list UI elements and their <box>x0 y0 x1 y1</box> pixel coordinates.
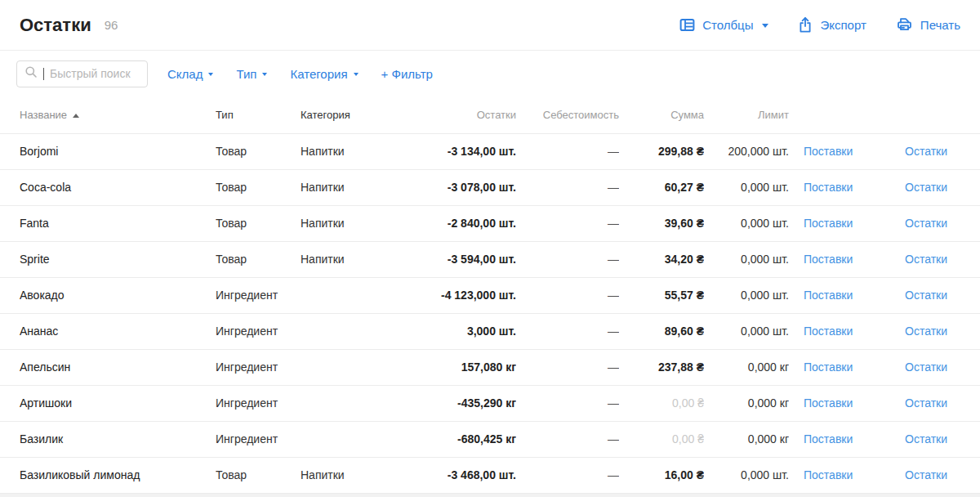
page-title: Остатки <box>20 15 91 36</box>
cell-sum: 299,88 ₴ <box>619 133 704 169</box>
column-header-category[interactable]: Категория <box>301 96 399 133</box>
supplies-link[interactable]: Поставки <box>804 432 853 446</box>
warehouse-filter-label: Склад <box>167 67 203 81</box>
cell-sum: 16,00 ₴ <box>619 457 704 493</box>
columns-button-label: Столбцы <box>702 18 753 32</box>
supplies-link[interactable]: Поставки <box>804 325 853 338</box>
leftovers-link[interactable]: Остатки <box>905 289 947 302</box>
cell-product-name: Sprite <box>0 241 216 277</box>
chevron-down-icon <box>262 73 267 76</box>
cell-type: Ингредиент <box>216 421 301 457</box>
cell-leftovers: Остатки <box>887 205 980 241</box>
supplies-link[interactable]: Поставки <box>804 253 853 266</box>
table-row: Базилик Ингредиент -680,425 кг — 0,00 ₴ … <box>0 421 980 457</box>
cell-type: Товар <box>216 457 301 493</box>
supplies-link[interactable]: Поставки <box>804 181 853 194</box>
cell-cost: — <box>516 277 619 313</box>
cell-limit: 0,000 кг <box>704 349 789 385</box>
leftovers-link[interactable]: Остатки <box>905 468 947 481</box>
cell-category: Напитки <box>301 457 399 493</box>
add-filter-button[interactable]: + Фильтр <box>381 67 433 81</box>
column-header-name-label: Название <box>20 109 67 121</box>
cell-supplies: Поставки <box>789 421 887 457</box>
toolbar: Столбцы Экспорт Печа <box>679 16 960 34</box>
column-header-sum[interactable]: Сумма <box>619 96 704 133</box>
cell-category <box>301 313 399 349</box>
table-row: Sprite Товар Напитки -3 594,00 шт. — 34,… <box>0 241 980 277</box>
text-caret <box>43 68 44 80</box>
cell-leftovers: Остатки <box>887 457 980 493</box>
cell-supplies: Поставки <box>789 277 887 313</box>
leftovers-link[interactable]: Остатки <box>905 360 947 374</box>
table-header-row: Название Тип Категория Остатки Себестоим… <box>0 96 980 133</box>
cell-type: Ингредиент <box>216 385 301 421</box>
export-button[interactable]: Экспорт <box>798 16 866 34</box>
column-header-cost[interactable]: Себестоимость <box>516 96 619 133</box>
columns-button[interactable]: Столбцы <box>679 17 768 33</box>
cell-type: Ингредиент <box>216 313 301 349</box>
category-filter-dropdown[interactable]: Категория <box>290 67 358 81</box>
leftovers-link[interactable]: Остатки <box>905 432 947 446</box>
table-row: Артишоки Ингредиент -435,290 кг — 0,00 ₴… <box>0 385 980 421</box>
cell-product-name: Ананас <box>0 313 216 349</box>
column-header-type[interactable]: Тип <box>216 96 301 133</box>
stock-table: Название Тип Категория Остатки Себестоим… <box>0 96 980 494</box>
supplies-link[interactable]: Поставки <box>804 396 853 410</box>
export-icon <box>798 16 813 34</box>
cell-leftovers: Остатки <box>887 313 980 349</box>
cell-product-name: Авокадо <box>0 277 216 313</box>
supplies-link[interactable]: Поставки <box>804 217 853 230</box>
cell-supplies: Поставки <box>789 385 887 421</box>
cell-product-name: Артишоки <box>0 385 216 421</box>
leftovers-link[interactable]: Остатки <box>905 145 947 158</box>
column-header-leftovers <box>887 96 980 133</box>
supplies-link[interactable]: Поставки <box>804 145 853 158</box>
cell-stock: -435,290 кг <box>399 385 516 421</box>
leftovers-link[interactable]: Остатки <box>905 325 947 338</box>
column-header-name[interactable]: Название <box>0 96 216 133</box>
type-filter-dropdown[interactable]: Тип <box>236 67 267 81</box>
export-button-label: Экспорт <box>820 18 866 32</box>
filterbar: Склад Тип Категория + Фильтр <box>0 51 980 96</box>
leftovers-link[interactable]: Остатки <box>905 396 947 410</box>
cell-sum: 0,00 ₴ <box>619 421 704 457</box>
leftovers-link[interactable]: Остатки <box>905 253 947 266</box>
cell-stock: -4 123,000 шт. <box>399 277 516 313</box>
cell-category <box>301 385 399 421</box>
cell-limit: 0,000 кг <box>704 421 789 457</box>
supplies-link[interactable]: Поставки <box>804 289 853 302</box>
cell-supplies: Поставки <box>789 457 887 493</box>
cell-product-name: Fanta <box>0 205 216 241</box>
table-row: Borjomi Товар Напитки -3 134,00 шт. — 29… <box>0 133 980 169</box>
cell-limit: 0,000 шт. <box>704 241 789 277</box>
column-header-stock[interactable]: Остатки <box>399 96 516 133</box>
column-header-limit[interactable]: Лимит <box>704 96 789 133</box>
table-row: Апельсин Ингредиент 157,080 кг — 237,88 … <box>0 349 980 385</box>
search-input[interactable] <box>50 67 140 80</box>
cell-product-name: Базилик <box>0 421 216 457</box>
chevron-down-icon <box>762 24 768 28</box>
cell-type: Товар <box>216 241 301 277</box>
cell-supplies: Поставки <box>789 349 887 385</box>
print-icon <box>896 16 913 34</box>
filter-links: Склад Тип Категория + Фильтр <box>167 67 433 81</box>
cell-type: Товар <box>216 169 301 205</box>
cell-cost: — <box>516 421 619 457</box>
print-button[interactable]: Печать <box>896 16 960 34</box>
table-row: Базиликовый лимонад Товар Напитки -3 468… <box>0 457 980 493</box>
leftovers-link[interactable]: Остатки <box>905 181 947 194</box>
warehouse-filter-dropdown[interactable]: Склад <box>167 67 213 81</box>
cell-leftovers: Остатки <box>887 385 980 421</box>
cell-type: Ингредиент <box>216 349 301 385</box>
supplies-link[interactable]: Поставки <box>804 360 853 374</box>
cell-product-name: Borjomi <box>0 133 216 169</box>
supplies-link[interactable]: Поставки <box>804 468 853 481</box>
cell-product-name: Coca-cola <box>0 169 216 205</box>
cell-sum: 39,60 ₴ <box>619 205 704 241</box>
cell-stock: -680,425 кг <box>399 421 516 457</box>
cell-type: Товар <box>216 133 301 169</box>
cell-sum: 0,00 ₴ <box>619 385 704 421</box>
cell-category <box>301 277 399 313</box>
leftovers-link[interactable]: Остатки <box>905 217 947 230</box>
cell-stock: -3 468,00 шт. <box>399 457 516 493</box>
